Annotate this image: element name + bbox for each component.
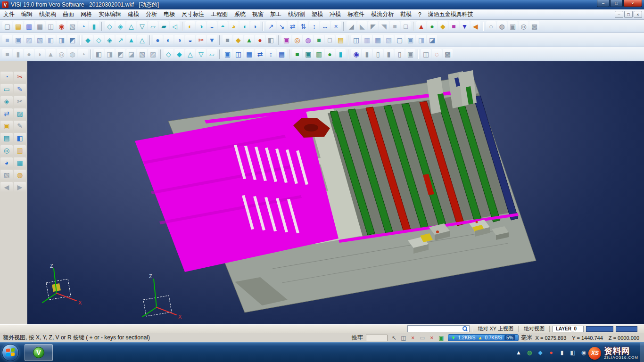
- toolbar3-icon-25[interactable]: ⇄: [255, 49, 265, 59]
- toolbar2-icon-0[interactable]: ■: [2, 35, 12, 45]
- toolbar1-icon-46[interactable]: ◀: [471, 21, 480, 31]
- toolbar1-icon-30[interactable]: ↕: [309, 21, 319, 31]
- toolbar2-icon-19[interactable]: ✂: [196, 35, 206, 45]
- lefttool-hatch[interactable]: ▨: [14, 108, 26, 119]
- tray-messenger[interactable]: ◆: [537, 349, 544, 356]
- toolbar1-icon-21[interactable]: ◓: [218, 21, 228, 31]
- tray-ime[interactable]: ▮: [558, 349, 566, 356]
- toolbar1-icon-35[interactable]: ◣: [357, 21, 367, 31]
- toolbar2-icon-38[interactable]: ▧: [384, 35, 394, 45]
- toolbar3-icon-38[interactable]: ▮: [384, 49, 394, 59]
- toolbar2-icon-29[interactable]: ◎: [292, 35, 302, 45]
- cad-viewport-canvas[interactable]: Z X Z X: [27, 61, 644, 324]
- toolbar3-icon-29[interactable]: ■: [292, 49, 302, 59]
- toolbar3-icon-36[interactable]: ▮: [362, 49, 372, 59]
- menu-塑模[interactable]: 塑模: [308, 9, 326, 19]
- menu-视窗[interactable]: 视窗: [249, 9, 267, 19]
- toolbar3-icon-24[interactable]: ▦: [244, 49, 254, 59]
- toolbar3-icon-12[interactable]: ◪: [126, 49, 136, 59]
- toolbar1-new-doc[interactable]: ▢: [2, 21, 12, 31]
- toolbar2-icon-9[interactable]: ◇: [94, 35, 104, 45]
- toolbar2-icon-3[interactable]: ▧: [35, 35, 45, 45]
- toolbar3-icon-37[interactable]: ▯: [373, 49, 383, 59]
- tray-volume[interactable]: ◉: [580, 349, 587, 356]
- toolbar1-save-file[interactable]: ▥: [24, 21, 34, 31]
- menu-线架构[interactable]: 线架构: [36, 9, 59, 19]
- menu-网格[interactable]: 网格: [77, 9, 95, 19]
- tray-network[interactable]: ◧: [569, 349, 577, 356]
- toolbar1-icon-51[interactable]: ◎: [519, 21, 528, 31]
- toolbar1-plot[interactable]: ◫: [46, 21, 56, 31]
- lefttool-swap[interactable]: ⇄: [0, 108, 13, 119]
- toolbar2-icon-30[interactable]: ◍: [303, 35, 313, 45]
- tray-alert[interactable]: ●: [547, 349, 555, 356]
- toolbar3-primitive-pyramid[interactable]: ▲: [46, 49, 56, 59]
- toolbar1-icon-29[interactable]: ⇅: [298, 21, 308, 31]
- view-absolute-button[interactable]: 绝对视图: [521, 325, 547, 332]
- tray-show-hidden-icons[interactable]: ▲: [515, 349, 522, 356]
- menu-编辑[interactable]: 编辑: [18, 9, 36, 19]
- toolbar3-icon-39[interactable]: ▯: [395, 49, 405, 59]
- toolbar3-icon-14[interactable]: ▨: [148, 49, 158, 59]
- show-desktop-button[interactable]: [640, 343, 644, 362]
- toolbar3-icon-17[interactable]: ◆: [174, 49, 184, 59]
- status-remove[interactable]: ×: [428, 334, 436, 342]
- mdi-minimize-button[interactable]: –: [615, 11, 623, 18]
- toolbar1-icon-11[interactable]: ◈: [116, 21, 125, 31]
- toolbar3-primitive-cylinder[interactable]: ▮: [13, 49, 23, 59]
- toolbar2-icon-36[interactable]: ▥: [362, 35, 372, 45]
- toolbar1-icon-24[interactable]: ◗: [250, 21, 260, 31]
- toolbar1-icon-44[interactable]: ■: [449, 21, 459, 31]
- toolbar2-icon-25[interactable]: ●: [255, 35, 265, 45]
- search-input[interactable]: [409, 326, 462, 331]
- toolbar3-icon-42[interactable]: ◫: [421, 49, 431, 59]
- toolbar2-icon-2[interactable]: ▨: [24, 35, 34, 45]
- toolbar2-icon-20[interactable]: ▼: [207, 35, 217, 45]
- toolbar2-icon-1[interactable]: ▣: [13, 35, 23, 45]
- menu-线切割[interactable]: 线切割: [285, 9, 308, 19]
- toolbar1-icon-43[interactable]: ◆: [438, 21, 448, 31]
- toolbar3-icon-43[interactable]: ◌: [432, 49, 442, 59]
- network-speed-widget[interactable]: ▼ 1.2KB/S ▲ 0.7KB/S 5%: [448, 334, 519, 341]
- toolbar3-icon-31[interactable]: ▥: [314, 49, 324, 59]
- toolbar1-icon-32[interactable]: ×: [331, 21, 341, 31]
- toolbar3-icon-35[interactable]: ◉: [351, 49, 361, 59]
- menu-曲面[interactable]: 曲面: [59, 9, 77, 19]
- toolbar2-icon-10[interactable]: ◈: [105, 35, 115, 45]
- toolbar1-stamp[interactable]: ◉: [57, 21, 66, 31]
- toolbar3-icon-32[interactable]: ●: [325, 49, 335, 59]
- toolbar2-icon-18[interactable]: ◒: [185, 35, 195, 45]
- toolbar3-icon-44[interactable]: ▩: [443, 49, 453, 59]
- lefttool-sketch[interactable]: ✎: [14, 84, 26, 94]
- toolbar2-icon-22[interactable]: ■: [223, 35, 232, 45]
- start-button[interactable]: [2, 344, 19, 361]
- toolbar1-pause[interactable]: ▮: [89, 21, 99, 31]
- menu-冲模[interactable]: 冲模: [326, 9, 344, 19]
- toolbar1-icon-38[interactable]: ■: [390, 21, 400, 31]
- toolbar2-icon-4[interactable]: ◧: [46, 35, 56, 45]
- toolbar2-icon-5[interactable]: ◨: [57, 35, 66, 45]
- toolbar3-primitive-cone[interactable]: ◗: [35, 49, 45, 59]
- lefttool-zoom[interactable]: ◔: [0, 72, 13, 82]
- menu-实体编辑[interactable]: 实体编辑: [95, 9, 124, 19]
- toolbar2-icon-40[interactable]: ▣: [405, 35, 415, 45]
- toolbar2-icon-37[interactable]: ▦: [373, 35, 383, 45]
- toolbar3-icon-6[interactable]: ◍: [67, 49, 77, 59]
- toolbar1-icon-42[interactable]: ●: [427, 21, 437, 31]
- toolbar3-icon-10[interactable]: ◨: [105, 49, 115, 59]
- menu-标准件[interactable]: 标准件: [344, 9, 368, 19]
- toolbar3-icon-18[interactable]: △: [185, 49, 195, 59]
- status-delete[interactable]: ×: [409, 334, 417, 342]
- menu-?[interactable]: ?: [415, 9, 425, 19]
- toolbar2-icon-28[interactable]: ▣: [281, 35, 291, 45]
- toolbar1-print[interactable]: ▦: [35, 21, 45, 31]
- mdi-restore-button[interactable]: □: [624, 11, 633, 18]
- menu-文件[interactable]: 文件: [0, 9, 18, 19]
- toolbar1-icon-16[interactable]: ◁: [170, 21, 180, 31]
- toolbar2-icon-17[interactable]: ◑: [174, 35, 184, 45]
- pin-field[interactable]: [366, 335, 388, 341]
- toolbar3-primitive-box[interactable]: ■: [2, 49, 12, 59]
- toolbar3-icon-27[interactable]: ▤: [277, 49, 287, 59]
- toolbar1-icon-28[interactable]: ⇄: [288, 21, 297, 31]
- toolbar3-icon-40[interactable]: ▣: [405, 49, 415, 59]
